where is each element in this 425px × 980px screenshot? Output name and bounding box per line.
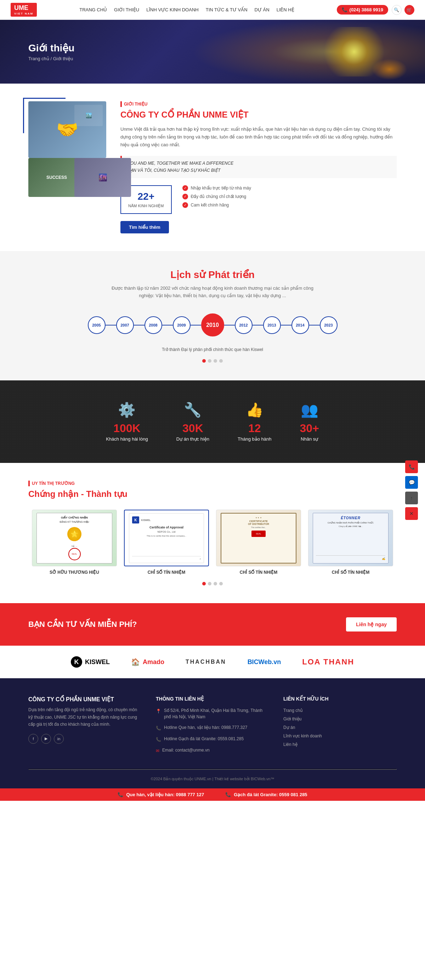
cert-dot-4[interactable]	[219, 582, 223, 585]
learn-more-button[interactable]: Tìm hiểu thêm	[120, 221, 169, 234]
email-icon: ✉	[156, 748, 159, 754]
timeline-line-2	[134, 325, 145, 326]
search-icon-btn[interactable]: 🔍	[392, 5, 402, 15]
social-youtube[interactable]: ▶	[41, 734, 51, 744]
cta-button[interactable]: Liên hệ ngay	[346, 617, 397, 632]
nav-about[interactable]: GIỚI THIỆU	[114, 7, 139, 13]
partner-kiswel[interactable]: K KISWEL	[71, 656, 110, 668]
sidebar-arrow-icon[interactable]: ↑	[405, 492, 418, 504]
footer-hotline2[interactable]: 📞 Hotline Gạch đá lát Granite: 0559.081.…	[156, 736, 269, 743]
intro-content: GIỚI THIỆU CÔNG TY CỔ PHẦN UNME VIỆT Unm…	[120, 101, 397, 234]
timeline-node-2014[interactable]: 2014	[291, 316, 309, 334]
footer-divider	[28, 769, 397, 770]
cert-dot-1[interactable]	[202, 582, 206, 585]
hero-content: Giới thiệu Trang chủ / Giới thiệu	[0, 42, 103, 61]
footer-hotline1[interactable]: 📞 Hotline Que hàn, vật liệu hàn: 0988.77…	[156, 724, 269, 731]
sidebar-close-icon[interactable]: ✕	[405, 507, 418, 520]
cert-card-3[interactable]: ✦ ✦ ✦ CERTIFICATE OF DISTRIBUTOR This ce…	[216, 510, 301, 575]
timeline-active-desc: Trở thành Đại lý phân phối chính thức qu…	[124, 347, 301, 352]
social-facebook[interactable]: f	[28, 734, 38, 744]
footer-email[interactable]: ✉ Email: contact@unme.vn	[156, 747, 269, 754]
timeline-node-2023[interactable]: 2023	[320, 316, 337, 334]
timeline-dot-4[interactable]	[219, 359, 223, 363]
years-stat-number: 22+	[128, 191, 164, 202]
history-title: Lịch sử Phát triển	[28, 269, 397, 280]
logo[interactable]: UME VIET NAM	[11, 3, 37, 17]
cert-section-label: UY TÍN THỊ TRƯỜNG	[28, 480, 397, 486]
footer-link-projects[interactable]: Dự án	[283, 724, 397, 730]
timeline-item-2007[interactable]: 2007	[116, 316, 134, 334]
cert-label-3: CHỈ SỐ TÍN NHIỆM	[216, 570, 301, 575]
footer-link-contact[interactable]: Liên hệ	[283, 741, 397, 747]
nav-business[interactable]: LĨNH VỰC KINH DOANH	[146, 7, 199, 13]
timeline-item-2023[interactable]: 2023	[320, 316, 337, 334]
phone-icon: 📞	[342, 7, 347, 13]
section-label-intro: GIỚI THIỆU	[120, 101, 397, 107]
feature-item-1: ✓ Nhập khẩu trực tiếp từ nhà máy	[182, 185, 251, 191]
cert-label-1: SỞ HỮU THƯƠNG HIỆU	[32, 570, 117, 575]
nav-news[interactable]: TIN TỨC & TƯ VẤN	[206, 7, 248, 13]
cart-icon-btn[interactable]: 🛒	[404, 5, 414, 15]
timeline-item-2012[interactable]: 2012	[235, 316, 253, 334]
quote-box: YOU AND ME, TOGETHER WE MAKE A DIFFERENC…	[120, 156, 397, 178]
timeline-dot-1[interactable]	[202, 359, 206, 363]
header-icons: 🔍 🛒	[392, 5, 414, 15]
nav-contact[interactable]: LIÊN HỆ	[277, 7, 294, 13]
footer-address: 📍 Số 52/4, Phố Minh Khai, Quận Hai Bà Tr…	[156, 707, 269, 720]
timeline-line-1	[105, 325, 116, 326]
cert-section-header: UY TÍN THỊ TRƯỜNG Chứng nhận - Thành tựu	[28, 480, 397, 499]
timeline-node-2013[interactable]: 2013	[263, 316, 281, 334]
timeline-item-2010[interactable]: 2010	[201, 313, 224, 336]
timeline-node-2007[interactable]: 2007	[116, 316, 134, 334]
customers-label: Khách hàng hài lòng	[106, 436, 148, 442]
timeline-item-2005[interactable]: 2005	[88, 316, 105, 334]
timeline-node-2009[interactable]: 2009	[173, 316, 191, 334]
footer-link-home[interactable]: Trang chủ	[283, 707, 397, 713]
stat-staff: 👥 30+ Nhân sự	[300, 402, 319, 442]
sidebar-chat-icon[interactable]: 💬	[405, 476, 418, 489]
logo-sub: VIET NAM	[14, 12, 33, 16]
timeline-item-2008[interactable]: 2008	[145, 316, 162, 334]
years-stat-label: NĂM KINH NGHIỆM	[128, 204, 164, 208]
timeline-dot-3[interactable]	[213, 359, 217, 363]
phone-badge[interactable]: 📞 (024) 3868 9919	[337, 5, 388, 14]
logo-text: UME	[14, 4, 28, 11]
social-linkedin[interactable]: in	[54, 734, 64, 744]
timeline-node-2008[interactable]: 2008	[145, 316, 162, 334]
footer-contact-title: THÔNG TIN LIÊN HỆ	[156, 696, 269, 702]
timeline-dot-2[interactable]	[208, 359, 212, 363]
partner-thachban[interactable]: THACHBAN	[186, 659, 226, 665]
timeline-node-2010-active[interactable]: 2010	[201, 313, 224, 336]
timeline-node-2005[interactable]: 2005	[88, 316, 105, 334]
footer-contact-col: THÔNG TIN LIÊN HỆ 📍 Số 52/4, Phố Minh Kh…	[156, 696, 269, 758]
nav-home[interactable]: TRANG CHỦ	[80, 7, 107, 13]
intro-images: 🤝 🏙️ SUCCESS 🌆	[28, 101, 106, 190]
partner-amado[interactable]: 🏠 Amado	[131, 658, 164, 666]
footer-link-about[interactable]: Giới thiệu	[283, 716, 397, 721]
partner-bicweb[interactable]: BICWeb.vn	[248, 659, 281, 666]
header-right: 📞 (024) 3868 9919 🔍 🛒	[337, 5, 414, 15]
bottom-bar-item-2[interactable]: 📞 Gạch đá lát Granite: 0559 081 285	[225, 792, 307, 797]
sidebar-phone-icon[interactable]: 📞	[405, 460, 418, 473]
stat-customers: ⚙️ 100K Khách hàng hài lòng	[106, 402, 148, 442]
cert-dot-3[interactable]	[213, 582, 217, 585]
timeline-item-2009[interactable]: 2009	[173, 316, 191, 334]
cert-dot-2[interactable]	[208, 582, 212, 585]
check-icon-1: ✓	[182, 185, 188, 191]
timeline-item-2013[interactable]: 2013	[263, 316, 281, 334]
timeline-item-2014[interactable]: 2014	[291, 316, 309, 334]
phone-icon-footer1: 📞	[156, 725, 161, 731]
partners-section: K KISWEL 🏠 Amado THACHBAN BICWeb.vn LOA …	[0, 646, 425, 678]
timeline-line-3	[162, 325, 173, 326]
cert-card-1[interactable]: GIẤY CHỨNG NHẬN ĐĂNG KÝ THƯƠNG HIỆU ⭐ Số…	[32, 510, 117, 575]
cert-card-2[interactable]: K KISWEL Certificate of Approval NDFOS C…	[124, 510, 209, 575]
partner-loathanh[interactable]: LOA THANH	[302, 657, 354, 667]
timeline-node-2012[interactable]: 2012	[235, 316, 253, 334]
cert-card-4[interactable]: ÉTONNER CHỨNG NHẬN NHÀ PHÂN PHỐI CHÍNH T…	[308, 510, 393, 575]
bottom-bar-item-1[interactable]: 📞 Que hàn, vật liệu hàn: 0988 777 127	[118, 792, 204, 797]
phone-icon-footer2: 📞	[156, 736, 161, 743]
footer-link-business[interactable]: Lĩnh vực kinh doanh	[283, 733, 397, 738]
staff-number: 30+	[300, 422, 319, 435]
nav-projects[interactable]: DỰ ÁN	[255, 7, 269, 13]
intro-title: CÔNG TY CỔ PHẦN UNME VIỆT	[120, 110, 397, 120]
